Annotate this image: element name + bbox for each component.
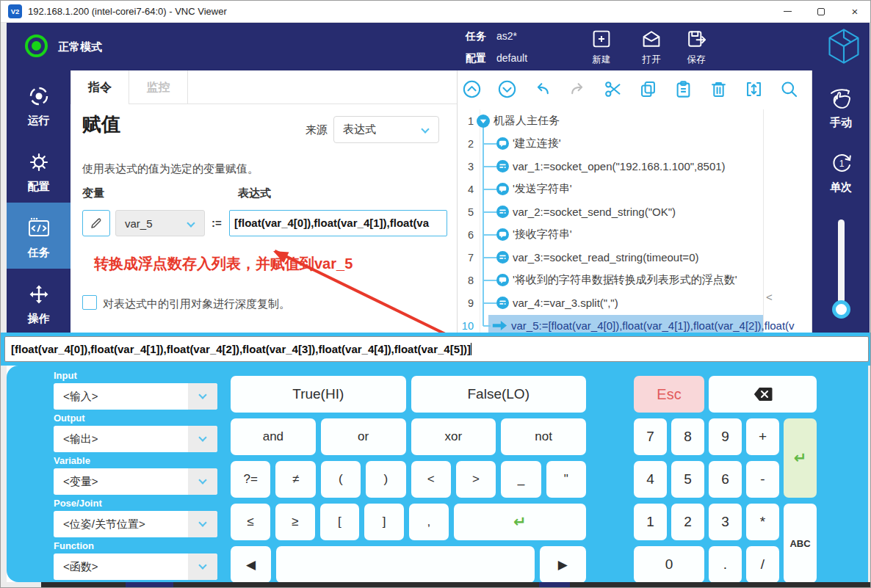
key-lt[interactable]: <: [411, 461, 451, 498]
collapse-all-icon[interactable]: [462, 79, 482, 99]
tree-right-divider: [763, 109, 764, 333]
cut-icon[interactable]: [603, 79, 623, 99]
tree-row[interactable]: 7 var_3:=socket_read_string(timeout=0): [458, 246, 812, 269]
copy-icon[interactable]: [638, 79, 658, 99]
speed-slider-knob[interactable]: [832, 300, 850, 319]
save-task-button[interactable]: 保存: [673, 28, 720, 66]
close-button[interactable]: ×: [838, 1, 871, 23]
key-not[interactable]: not: [501, 418, 586, 455]
output-selector[interactable]: <输出>: [54, 426, 217, 452]
tree-row-selected[interactable]: 10 var_5:=[float(var_4[0]),float(var_4[1…: [458, 314, 812, 333]
key-xor[interactable]: xor: [411, 418, 496, 455]
expression-preview-field[interactable]: [float(var_4[0]),float(var_4[1]),float(v…: [229, 210, 447, 236]
key-enter[interactable]: ↵: [454, 504, 586, 540]
key-5[interactable]: 5: [671, 461, 704, 498]
tree-row[interactable]: 3 var_1:=socket_open("192.168.1.100",850…: [458, 155, 812, 178]
key-gt[interactable]: >: [456, 461, 496, 498]
tree-row[interactable]: 2 '建立连接': [458, 132, 812, 155]
search-icon[interactable]: [779, 79, 799, 99]
key-3[interactable]: 3: [709, 504, 742, 540]
single-cycle-icon[interactable]: 1: [829, 150, 854, 176]
key-0[interactable]: 0: [634, 546, 704, 583]
deep-copy-checkbox[interactable]: [82, 295, 97, 310]
key-true[interactable]: True(HI): [231, 376, 406, 413]
key-2[interactable]: 2: [671, 504, 704, 540]
key-slash[interactable]: /: [746, 546, 779, 583]
manual-mode-label: 手动: [812, 116, 870, 130]
expand-all-icon[interactable]: [497, 79, 517, 99]
tree-row[interactable]: 4 '发送字符串': [458, 178, 812, 200]
nav-item-operate[interactable]: 操作: [7, 269, 71, 333]
key-1[interactable]: 1: [634, 504, 667, 540]
undo-icon[interactable]: [532, 79, 552, 99]
panel-collapse-handle[interactable]: <: [766, 291, 773, 303]
maximize-button[interactable]: [804, 1, 838, 23]
key-rparen[interactable]: ): [366, 461, 405, 498]
variable-select[interactable]: var_5: [115, 210, 205, 236]
delete-icon[interactable]: [709, 79, 729, 99]
variable-field-label: 变量: [82, 186, 104, 200]
tree-row[interactable]: 5 var_2:=socket_send_string("OK"): [458, 200, 812, 223]
key-le[interactable]: ≤: [231, 504, 270, 540]
key-backspace[interactable]: [709, 376, 817, 413]
source-select[interactable]: 表达式: [333, 116, 439, 143]
key-rbracket[interactable]: ]: [364, 504, 404, 540]
key-dot[interactable]: .: [709, 546, 742, 583]
key-or[interactable]: or: [321, 418, 406, 455]
key-and[interactable]: and: [231, 418, 316, 455]
nav-item-config[interactable]: 配置: [7, 137, 71, 203]
key-eq[interactable]: ?=: [231, 461, 270, 498]
key-lparen[interactable]: (: [321, 461, 361, 498]
hand-manual-icon[interactable]: [828, 88, 855, 113]
expression-input[interactable]: [float(var_4[0]),float(var_4[1]),float(v…: [4, 336, 869, 362]
nav-item-task[interactable]: 任务: [7, 203, 71, 269]
expression-input-value: [float(var_4[0]),float(var_4[1]),float(v…: [11, 343, 471, 355]
key-underscore[interactable]: _: [501, 461, 541, 498]
tree-row[interactable]: 6 '接收字符串': [458, 223, 812, 246]
key-plus[interactable]: +: [746, 418, 779, 455]
paste-icon[interactable]: [673, 79, 693, 99]
key-space[interactable]: [276, 546, 535, 583]
variable-selector[interactable]: <变量>: [54, 468, 217, 495]
nav-item-run[interactable]: 运行: [7, 70, 71, 137]
tree-row[interactable]: 1 机器人主任务: [458, 109, 812, 132]
open-task-button[interactable]: 打开: [628, 28, 675, 66]
key-quote[interactable]: ": [546, 461, 586, 498]
key-comma[interactable]: ,: [409, 504, 449, 540]
new-task-button[interactable]: 新建: [578, 28, 625, 66]
minimize-button[interactable]: [770, 1, 804, 23]
redo-icon[interactable]: [568, 79, 588, 99]
line-number: 5: [458, 206, 474, 218]
rename-variable-button[interactable]: [82, 210, 110, 236]
pose-selector[interactable]: <位姿/关节位置>: [54, 511, 217, 537]
tab-instruction[interactable]: 指令: [71, 70, 129, 104]
key-lbracket[interactable]: [: [320, 504, 360, 540]
replace-icon[interactable]: [744, 79, 764, 99]
key-9[interactable]: 9: [709, 418, 742, 455]
task-root-icon[interactable]: [477, 115, 490, 128]
key-esc[interactable]: Esc: [634, 376, 704, 413]
speed-slider-track[interactable]: [838, 219, 845, 303]
key-minus[interactable]: -: [746, 461, 779, 498]
assign-icon: [496, 206, 509, 218]
key-ge[interactable]: ≥: [275, 504, 315, 540]
tree-row[interactable]: 8 '将收到的字符串数据转换成列表形式的浮点数': [458, 269, 812, 291]
key-false[interactable]: False(LO): [411, 376, 587, 413]
line-number: 7: [458, 252, 474, 264]
function-selector[interactable]: <函数>: [54, 553, 217, 580]
key-cursor-right[interactable]: ▶: [540, 546, 586, 583]
key-numpad-enter[interactable]: ↵: [784, 418, 817, 498]
input-selector[interactable]: <输入>: [54, 383, 217, 410]
tree-row[interactable]: 9 var_4:=var_3.split(","): [458, 291, 812, 314]
key-8[interactable]: 8: [671, 418, 704, 455]
key-neq[interactable]: ≠: [275, 461, 315, 498]
key-cursor-left[interactable]: ◀: [231, 546, 271, 583]
key-abc-toggle[interactable]: ABC: [784, 504, 817, 583]
key-6[interactable]: 6: [709, 461, 742, 498]
enter-icon: ↵: [794, 449, 807, 467]
tab-monitor[interactable]: 监控: [129, 70, 188, 104]
chevron-zone: [188, 553, 217, 580]
key-star[interactable]: *: [746, 504, 779, 540]
key-4[interactable]: 4: [634, 461, 667, 498]
key-7[interactable]: 7: [634, 418, 667, 455]
